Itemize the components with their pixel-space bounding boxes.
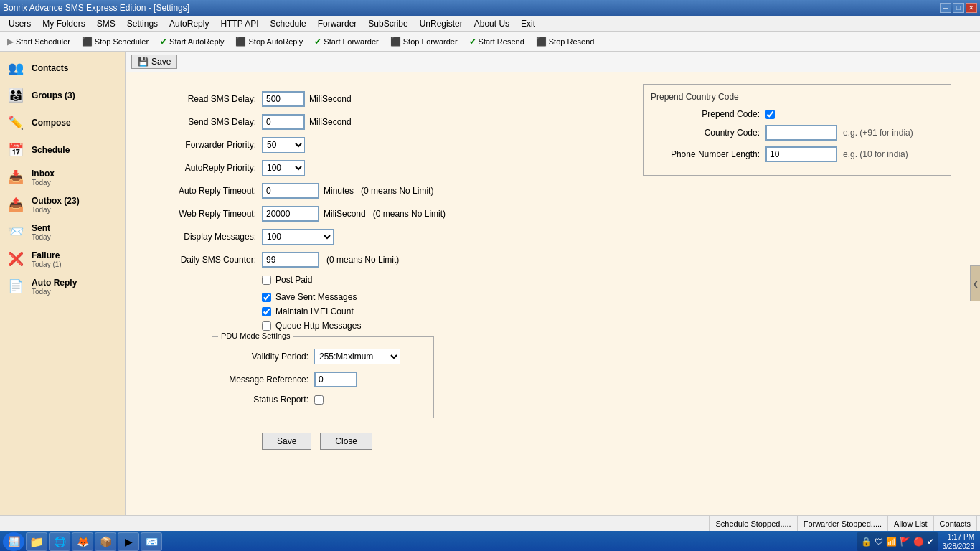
read-sms-delay-input[interactable]	[262, 91, 305, 107]
clock[interactable]: 1:17 PM 3/28/2023	[940, 532, 978, 551]
maintain-imei-row: Maintain IMEI Count	[262, 306, 966, 316]
compose-icon: ✏️	[6, 113, 26, 133]
daily-sms-counter-input[interactable]	[262, 252, 319, 268]
allow-list-status[interactable]: Allow List	[888, 516, 933, 531]
stop-resend-icon: ⬛	[536, 37, 547, 47]
save-sent-row: Save Sent Messages	[262, 292, 966, 302]
display-messages-select[interactable]: 100 50 200 500	[262, 229, 334, 245]
maintain-imei-checkbox[interactable]	[262, 307, 271, 316]
post-paid-checkbox[interactable]	[262, 276, 271, 285]
display-messages-row: Display Messages: 100 50 200 500	[140, 229, 966, 245]
status-bar: Schedule Stopped..... Forwarder Stopped.…	[0, 515, 980, 531]
validity-period-select[interactable]: 255:Maximum 0:Minimum 128:Default	[314, 349, 400, 364]
start-button[interactable]: 🪟	[3, 532, 24, 551]
start-autoreply-icon: ✔	[160, 37, 167, 47]
close-button[interactable]: ✕	[966, 3, 977, 13]
sidebar-item-compose[interactable]: ✏️ Compose	[0, 109, 125, 136]
outbox-icon: 📤	[6, 194, 26, 215]
country-code-input[interactable]	[765, 125, 837, 141]
status-report-checkbox[interactable]	[314, 395, 324, 405]
prepend-panel: Prepend Country Code Prepend Code: Count…	[643, 84, 951, 176]
prepend-code-checkbox[interactable]	[765, 110, 775, 119]
sidebar-item-groups[interactable]: 👨‍👩‍👧 Groups (3)	[0, 82, 125, 109]
menu-autoreply[interactable]: AutoReply	[164, 17, 215, 30]
autoreply-priority-select[interactable]: 100 50 150	[262, 160, 305, 176]
sidebar-item-autoreply[interactable]: 📄 Auto Reply Today	[0, 273, 125, 300]
sidebar-item-inbox[interactable]: 📥 Inbox Today	[0, 164, 125, 191]
taskbar-app-4[interactable]: 📦	[95, 532, 116, 551]
web-reply-timeout-hint: (0 means No Limit)	[373, 209, 446, 219]
taskbar-app-firefox[interactable]: 🦊	[72, 532, 93, 551]
close-button[interactable]: Close	[320, 433, 372, 450]
daily-sms-counter-label: Daily SMS Counter:	[140, 255, 262, 265]
settings-panel: Prepend Country Code Prepend Code: Count…	[126, 84, 980, 457]
collapse-handle[interactable]: ❮	[970, 265, 980, 301]
compose-label: Compose	[32, 118, 119, 128]
forwarder-priority-label: Forwarder Priority:	[140, 140, 262, 150]
menu-myfolders[interactable]: My Folders	[37, 17, 90, 30]
autoreply-timeout-input[interactable]	[262, 183, 319, 199]
menu-subscribe[interactable]: SubScribe	[362, 17, 413, 30]
forwarder-priority-row: Forwarder Priority: 50 100 150	[140, 137, 643, 153]
save-button[interactable]: Save	[262, 433, 311, 450]
stop-forwarder-label: Stop Forwarder	[403, 37, 458, 46]
taskbar-app-chrome[interactable]: 🌐	[49, 532, 70, 551]
menu-sms[interactable]: SMS	[91, 17, 121, 30]
stop-forwarder-button[interactable]: ⬛ Stop Forwarder	[386, 35, 462, 48]
groups-icon: 👨‍👩‍👧	[6, 85, 26, 105]
menu-exit[interactable]: Exit	[515, 17, 541, 30]
sidebar-item-contacts[interactable]: 👥 Contacts	[0, 55, 125, 82]
start-autoreply-button[interactable]: ✔ Start AutoReply	[156, 35, 228, 48]
minimize-button[interactable]: ─	[940, 3, 951, 13]
queue-http-checkbox[interactable]	[262, 321, 271, 331]
taskbar-app-6[interactable]: 📧	[141, 532, 162, 551]
send-sms-delay-label: Send SMS Delay:	[140, 117, 262, 127]
save-sent-checkbox[interactable]	[262, 293, 271, 302]
stop-scheduler-button[interactable]: ⬛ Stop Scheduler	[77, 35, 153, 48]
menu-forwarder[interactable]: Forwarder	[312, 17, 363, 30]
start-scheduler-button[interactable]: ▶ Start Scheduler	[3, 35, 75, 48]
autoreply-timeout-unit: Minutes	[324, 186, 354, 196]
forwarder-priority-select[interactable]: 50 100 150	[262, 137, 305, 153]
start-forwarder-button[interactable]: ✔ Start Forwarder	[310, 35, 382, 48]
tray-icon-6: ✔	[927, 537, 934, 547]
panel-toolbar: 💾 Save	[126, 52, 980, 72]
sidebar-item-outbox[interactable]: 📤 Outbox (23) Today	[0, 191, 125, 218]
web-reply-timeout-input[interactable]	[262, 206, 319, 222]
phone-length-input[interactable]	[765, 146, 837, 162]
pdu-group-box: PDU Mode Settings Validity Period: 255:M…	[212, 336, 434, 418]
start-resend-button[interactable]: ✔ Start Resend	[465, 35, 529, 48]
sidebar-item-sent[interactable]: 📨 Sent Today	[0, 218, 125, 245]
menu-unregister[interactable]: UnRegister	[414, 17, 468, 30]
start-forwarder-label: Start Forwarder	[324, 37, 378, 46]
panel-save-button[interactable]: 💾 Save	[131, 55, 177, 69]
maximize-button[interactable]: □	[953, 3, 964, 13]
stop-autoreply-button[interactable]: ⬛ Stop AutoReply	[231, 35, 307, 48]
menu-httpapi[interactable]: HTTP API	[215, 17, 264, 30]
menu-settings[interactable]: Settings	[121, 17, 164, 30]
start-autoreply-label: Start AutoReply	[169, 37, 224, 46]
stop-resend-button[interactable]: ⬛ Stop Resend	[532, 35, 599, 48]
queue-http-row: Queue Http Messages	[262, 321, 966, 331]
stop-autoreply-label: Stop AutoReply	[248, 37, 303, 46]
failure-sub: Today (1)	[32, 260, 119, 268]
contacts-status[interactable]: Contacts	[934, 516, 977, 531]
taskbar-app-folder[interactable]: 📁	[26, 532, 47, 551]
stop-forwarder-icon: ⬛	[390, 37, 401, 47]
send-sms-delay-input[interactable]	[262, 114, 305, 130]
inbox-label: Inbox	[32, 169, 119, 179]
sidebar-item-schedule[interactable]: 📅 Schedule	[0, 136, 125, 164]
menu-users[interactable]: Users	[3, 17, 37, 30]
sidebar-item-failure[interactable]: ❌ Failure Today (1)	[0, 245, 125, 273]
menu-schedule[interactable]: Schedule	[265, 17, 312, 30]
status-report-row: Status Report:	[221, 395, 425, 405]
tray-icon-1: 🔒	[861, 537, 872, 547]
maintain-imei-label: Maintain IMEI Count	[275, 306, 354, 316]
message-reference-input[interactable]	[314, 372, 357, 387]
prepend-title: Prepend Country Code	[651, 92, 943, 102]
read-sms-delay-label: Read SMS Delay:	[140, 94, 262, 104]
taskbar-app-5[interactable]: ▶	[118, 532, 139, 551]
menu-aboutus[interactable]: About Us	[468, 17, 515, 30]
contacts-icon: 👥	[6, 58, 26, 78]
message-reference-row: Message Reference:	[221, 372, 425, 387]
